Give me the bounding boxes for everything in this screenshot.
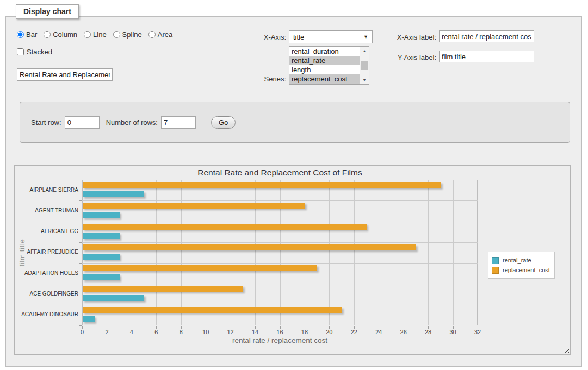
- x-tick-label: 32: [469, 329, 486, 335]
- x-tick-label: 6: [148, 329, 164, 335]
- x-tick-label: 26: [395, 329, 412, 335]
- grid-line-vertical: [354, 180, 355, 325]
- x-tick-label: 18: [296, 329, 313, 335]
- chart-type-option-area[interactable]: Area: [148, 30, 172, 39]
- category-label: ACADEMY DINOSAUR: [16, 311, 78, 318]
- x-axis-label-input[interactable]: [439, 30, 534, 42]
- y-tick-mark: [79, 325, 82, 326]
- x-axis-selected-value: title: [293, 33, 304, 41]
- grid-line-vertical: [280, 180, 281, 325]
- category-label: AIRPLANE SIERRA: [16, 186, 78, 193]
- chart-type-radio-bar[interactable]: [17, 31, 24, 38]
- listbox-scrollbar[interactable]: ▲ ▼: [360, 47, 369, 84]
- grid-line-vertical: [132, 180, 132, 325]
- number-of-rows-input[interactable]: [161, 116, 196, 129]
- grid-line-horizontal: [82, 305, 478, 305]
- chart-type-radio-area[interactable]: [148, 31, 156, 38]
- category-label: AGENT TRUMAN: [16, 207, 78, 214]
- series-option-rental_duration[interactable]: rental_duration: [289, 47, 360, 56]
- x-axis-select-label: X-Axis:: [240, 33, 286, 41]
- category-label: ACE GOLDFINGER: [16, 290, 78, 297]
- x-tick-label: 2: [98, 329, 115, 335]
- bar-rental_rate: [83, 254, 120, 260]
- y-tick-mark: [79, 305, 82, 305]
- chart-type-radio-column[interactable]: [44, 31, 51, 38]
- series-listbox[interactable]: rental_durationrental_ratelengthreplacem…: [289, 46, 369, 85]
- resize-handle-icon[interactable]: [562, 347, 569, 353]
- chart-panel: Rental Rate and Replacement Cost of Film…: [14, 165, 571, 355]
- row-controls-panel: Start row: Number of rows: Go: [20, 102, 570, 143]
- x-tick-label: 20: [321, 329, 337, 335]
- series-options: rental_durationrental_ratelengthreplacem…: [289, 47, 360, 84]
- scrollbar-thumb[interactable]: [361, 61, 368, 70]
- legend-swatch-replacement_cost: [492, 267, 499, 274]
- series-option-length[interactable]: length: [289, 65, 360, 74]
- grid-line-horizontal: [82, 263, 478, 264]
- grid-line-vertical: [305, 180, 305, 325]
- bar-replacement_cost: [83, 203, 305, 209]
- x-tick-label: 10: [197, 329, 214, 335]
- series-listbox-label: Series:: [240, 75, 286, 83]
- series-option-rental_rate[interactable]: rental_rate: [289, 56, 360, 65]
- stacked-checkbox[interactable]: [17, 48, 24, 55]
- y-tick-mark: [79, 180, 82, 180]
- y-tick-mark: [79, 222, 82, 222]
- stacked-checkbox-row[interactable]: Stacked: [17, 48, 52, 56]
- chart-title: Rental Rate and Replacement Cost of Film…: [82, 168, 478, 178]
- grid-line-vertical: [107, 180, 107, 325]
- x-tick-label: 8: [173, 329, 189, 335]
- category-label: AFRICAN EGG: [16, 228, 78, 235]
- go-button[interactable]: Go: [211, 116, 236, 129]
- chart-legend: rental_ratereplacement_cost: [488, 252, 555, 279]
- grid-line-horizontal: [82, 284, 478, 284]
- grid-line-vertical: [156, 180, 157, 325]
- y-axis-label-input[interactable]: [439, 51, 534, 62]
- bar-replacement_cost: [83, 224, 367, 230]
- chart-type-option-line[interactable]: Line: [84, 30, 107, 39]
- start-row-label: Start row:: [31, 118, 61, 127]
- grid-line-vertical: [453, 180, 454, 325]
- x-tick-label: 12: [222, 329, 239, 335]
- grid-line-vertical: [379, 180, 379, 325]
- bar-replacement_cost: [83, 286, 243, 292]
- bar-replacement_cost: [83, 307, 342, 313]
- grid-line-vertical: [231, 180, 231, 325]
- grid-line-horizontal: [82, 222, 478, 222]
- legend-swatch-rental_rate: [492, 257, 499, 264]
- grid-line-horizontal: [82, 200, 478, 201]
- x-tick-label: 22: [346, 329, 362, 335]
- chart-type-option-spline[interactable]: Spline: [113, 30, 142, 39]
- chart-type-radio-spline[interactable]: [113, 31, 120, 38]
- x-tick-label: 28: [420, 329, 436, 335]
- x-tick-label: 0: [74, 329, 90, 335]
- y-tick-mark: [79, 263, 82, 264]
- start-row-input[interactable]: [65, 116, 100, 129]
- chart-type-radio-label: Column: [53, 30, 77, 39]
- scroll-down-icon[interactable]: ▼: [360, 76, 369, 84]
- x-axis-select[interactable]: title ▼: [289, 30, 373, 43]
- stacked-checkbox-label: Stacked: [27, 48, 52, 56]
- bar-rental_rate: [83, 191, 144, 197]
- chart-title-input[interactable]: [17, 68, 113, 81]
- scroll-up-icon[interactable]: ▲: [360, 47, 369, 55]
- chart-type-option-bar[interactable]: Bar: [17, 30, 37, 39]
- chart-type-radio-label: Line: [93, 30, 107, 39]
- bar-replacement_cost: [83, 265, 317, 271]
- legend-label: rental_rate: [503, 257, 531, 264]
- bar-rental_rate: [83, 316, 95, 322]
- legend-label: replacement_cost: [503, 267, 550, 273]
- bar-rental_rate: [83, 295, 144, 301]
- fieldset-legend-title: Display chart: [16, 4, 79, 19]
- x-tick-label: 16: [272, 329, 288, 335]
- grid-line-vertical: [404, 180, 404, 325]
- bar-replacement_cost: [83, 244, 416, 250]
- series-option-replacement_cost[interactable]: replacement_cost: [289, 74, 360, 84]
- chart-type-option-column[interactable]: Column: [44, 30, 77, 39]
- x-axis-label-field-label: X-Axis label:: [389, 33, 436, 41]
- y-tick-mark: [79, 242, 82, 243]
- chart-type-radio-line[interactable]: [84, 31, 91, 38]
- chart-type-radio-group: BarColumnLineSplineArea: [17, 30, 172, 39]
- grid-line-vertical: [181, 180, 182, 325]
- bar-rental_rate: [83, 212, 120, 218]
- chart-type-radio-label: Spline: [122, 30, 142, 39]
